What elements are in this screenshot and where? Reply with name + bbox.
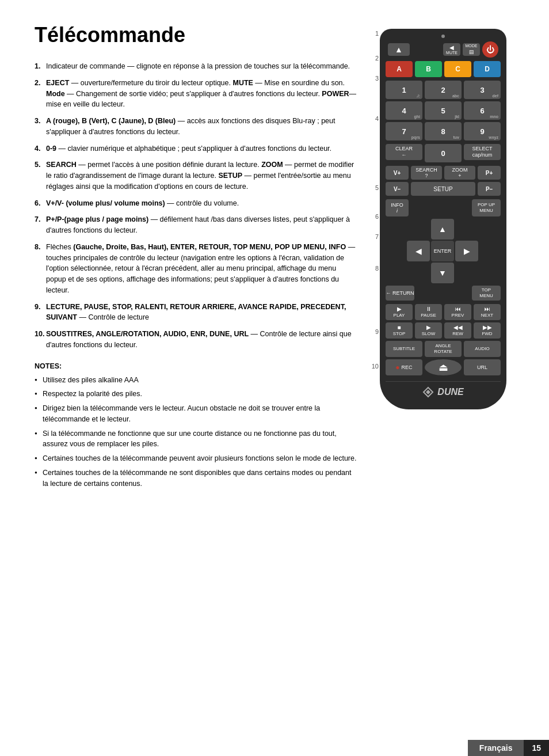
- note-item-3: Dirigez bien la télécommande vers le lec…: [35, 403, 357, 425]
- page-container: Télécommande 1. Indicateur de commande —…: [0, 0, 549, 756]
- nav-bottom-row: ← RETURN TOPMENU: [386, 286, 501, 301]
- page-minus-button[interactable]: P–: [478, 182, 501, 196]
- instruction-item-2: 2. EJECT — ouverture/fermeture du tiroir…: [35, 78, 357, 110]
- button-c[interactable]: C: [444, 61, 471, 77]
- instruction-num-6: 6.: [35, 198, 45, 209]
- button-2[interactable]: 2abc: [425, 81, 462, 99]
- topmenu-button[interactable]: TOPMENU: [472, 286, 501, 301]
- button-5[interactable]: 5jkl: [425, 101, 462, 120]
- line-marker-5: 5: [375, 184, 379, 191]
- right-button[interactable]: ▶: [455, 241, 478, 261]
- instruction-content-3: A (rouge), B (Vert), C (Jaune), D (Bleu)…: [46, 116, 357, 138]
- instruction-content-5: SEARCH — permet l'accès à une position d…: [46, 159, 357, 192]
- line-marker-8: 8: [375, 265, 379, 272]
- text-section: Télécommande 1. Indicateur de commande —…: [35, 23, 357, 728]
- note-item-1: Utilisez des piles alkaline AAA: [35, 375, 357, 386]
- line-marker-10: 10: [372, 363, 379, 370]
- instruction-content-8: Flèches (Gauche, Droite, Bas, Haut), ENT…: [46, 242, 357, 296]
- button-7[interactable]: 7pqrs: [386, 122, 422, 140]
- button-0[interactable]: 0: [425, 144, 462, 162]
- instruction-num-4: 4.: [35, 143, 45, 154]
- remote-section: 1 2 3 4 5 6 7 8 9 10 ▲ ◀: [368, 23, 518, 728]
- instruction-content-9: LECTURE, PAUSE, STOP, RALENTI, RETOUR AR…: [46, 302, 357, 324]
- last-row: ● REC ⏏ URL: [386, 359, 501, 375]
- fwd-button[interactable]: ▶▶FWD: [474, 322, 501, 339]
- disc-button[interactable]: ⏏: [425, 359, 462, 375]
- rew-button[interactable]: ◀◀REW: [444, 322, 471, 339]
- instruction-item-9: 9. LECTURE, PAUSE, STOP, RALENTI, RETOUR…: [35, 302, 357, 324]
- slow-button[interactable]: ▶SLOW: [415, 322, 442, 339]
- subtitle-button[interactable]: SUBTITLE: [386, 341, 422, 357]
- page-plus-button[interactable]: P+: [478, 166, 501, 180]
- line-marker-9: 9: [375, 328, 379, 335]
- url-button[interactable]: URL: [464, 359, 501, 375]
- note-item-6: Certaines touches de la télécommande ne …: [35, 468, 357, 489]
- button-9[interactable]: 9wxyz: [464, 122, 501, 140]
- button-6[interactable]: 6mno: [464, 101, 501, 120]
- dpad: ▲ ◀ ENTER ▶ ▼: [407, 219, 479, 283]
- left-button[interactable]: ◀: [407, 241, 430, 261]
- mute-mode-group: ◀ MUTE MODE ▤ ⏻: [443, 41, 498, 58]
- instruction-item-7: 7. P+/P-(page plus / page moins) — défil…: [35, 214, 357, 236]
- line-marker-1: 1: [375, 30, 379, 37]
- instruction-num-7: 7.: [35, 214, 45, 225]
- playback-row-2: ■STOP ▶SLOW ◀◀REW ▶▶FWD: [386, 322, 501, 339]
- zoom-button[interactable]: ZOOM+: [444, 166, 475, 180]
- instruction-item-8: 8. Flèches (Gauche, Droite, Bas, Haut), …: [35, 242, 357, 296]
- page-col: P+ P–: [478, 166, 501, 196]
- abcd-row: A B C D: [386, 61, 501, 77]
- up-button[interactable]: ▲: [431, 219, 454, 240]
- mute-button[interactable]: ◀ MUTE: [443, 43, 460, 56]
- footer-language: Français: [468, 740, 524, 756]
- instruction-num-3: 3.: [35, 116, 45, 127]
- instruction-list: 1. Indicateur de commande — clignote en …: [35, 61, 357, 351]
- angle-button[interactable]: ANGLEROTATE: [425, 341, 462, 357]
- audio-button[interactable]: AUDIO: [464, 341, 501, 357]
- line-marker-6: 6: [375, 213, 379, 220]
- nav-section: INFOi POP UPMENU ▲ ◀ ENTER ▶ ▼: [386, 199, 501, 301]
- search-button[interactable]: SEARCH?: [411, 166, 442, 180]
- vol-minus-button[interactable]: V–: [386, 182, 409, 196]
- line-marker-7: 7: [375, 233, 379, 240]
- button-d[interactable]: D: [474, 61, 501, 77]
- mode-button[interactable]: MODE ▤: [463, 43, 480, 56]
- eject-button[interactable]: ▲: [388, 43, 410, 56]
- dune-logo-icon: [422, 386, 434, 398]
- rec-button[interactable]: ● REC: [386, 359, 422, 375]
- instruction-content-1: Indicateur de commande — clignote en rép…: [46, 61, 357, 72]
- popup-button[interactable]: POP UPMENU: [472, 199, 501, 216]
- instruction-content-4: 0-9 — clavier numérique et alphabétique …: [46, 143, 357, 154]
- select-button[interactable]: SELECTcap/num: [464, 144, 501, 160]
- play-button[interactable]: ▶PLAY: [386, 304, 413, 320]
- down-button[interactable]: ▼: [431, 263, 454, 283]
- note-item-4: Si la télécommande ne fonctionne que sur…: [35, 428, 357, 450]
- button-8[interactable]: 8tuv: [425, 122, 462, 140]
- pause-button[interactable]: ⏸PAUSE: [415, 304, 442, 320]
- instruction-num-9: 9.: [35, 302, 45, 313]
- button-b[interactable]: B: [415, 61, 442, 77]
- page-footer: Français 15: [0, 740, 549, 756]
- subtitle-row: SUBTITLE ANGLEROTATE AUDIO: [386, 341, 501, 357]
- return-button[interactable]: ← RETURN: [386, 286, 414, 301]
- button-a[interactable]: A: [386, 61, 413, 77]
- page-title: Télécommande: [35, 23, 357, 47]
- stop-button[interactable]: ■STOP: [386, 322, 413, 339]
- instruction-num-5: 5.: [35, 159, 45, 170]
- enter-button[interactable]: ENTER: [431, 241, 454, 261]
- notes-section: NOTES: Utilisez des piles alkaline AAA R…: [35, 362, 357, 489]
- instruction-item-10: 10. SOUSTITRES, ANGLE/ROTATION, AUDIO, E…: [35, 329, 357, 351]
- button-4[interactable]: 4ghi: [386, 101, 422, 120]
- button-3[interactable]: 3def: [464, 81, 501, 99]
- setup-button[interactable]: SETUP: [411, 182, 475, 196]
- info-button[interactable]: INFOi: [386, 199, 409, 216]
- vol-plus-button[interactable]: V+: [386, 166, 409, 180]
- line-marker-4: 4: [375, 115, 379, 122]
- button-1[interactable]: 1./:: [386, 81, 422, 99]
- instruction-num-10: 10.: [35, 329, 45, 340]
- power-button[interactable]: ⏻: [482, 41, 498, 58]
- next-button[interactable]: ⏭NEXT: [474, 304, 501, 320]
- prev-button[interactable]: ⏮PREV: [444, 304, 471, 320]
- vol-zoom-row: V+ V– SEARCH? ZOOM+ SETUP P+ P–: [386, 166, 501, 196]
- playback-row-1: ▶PLAY ⏸PAUSE ⏮PREV ⏭NEXT: [386, 304, 501, 320]
- clear-button[interactable]: CLEAR←: [386, 144, 422, 160]
